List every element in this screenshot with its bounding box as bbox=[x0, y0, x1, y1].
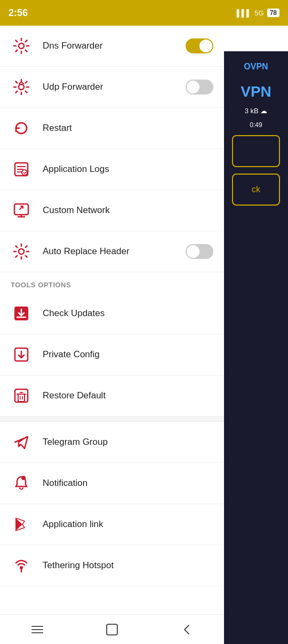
auto-replace-header-toggle[interactable] bbox=[186, 244, 213, 259]
menu-item-restart[interactable]: Restart bbox=[0, 108, 224, 149]
hotspot-icon bbox=[11, 555, 32, 576]
signal-icon: ▌▌▌ bbox=[237, 9, 252, 17]
restore-default-label: Restore Default bbox=[43, 390, 213, 401]
private-config-label: Private Config bbox=[43, 349, 213, 360]
vpn-label: VPN bbox=[241, 83, 271, 100]
section-divider bbox=[0, 417, 224, 422]
import-icon bbox=[11, 344, 32, 365]
menu-item-notification[interactable]: Notification bbox=[0, 463, 224, 504]
right-ck-button[interactable]: ck bbox=[232, 174, 280, 206]
svg-point-9 bbox=[21, 476, 26, 480]
custom-network-label: Custom Network bbox=[43, 205, 213, 216]
telegram-group-label: Telegram Group bbox=[43, 437, 213, 447]
right-panel: OVPN VPN 3 kB ☁ 0:49 ck bbox=[224, 51, 288, 644]
menu-item-restore-default[interactable]: Restore Default bbox=[0, 375, 224, 417]
menu-item-udp-forwarder[interactable]: Udp Forwarder bbox=[0, 67, 224, 108]
application-logs-label: Application Logs bbox=[43, 164, 213, 175]
dns-forwarder-toggle[interactable] bbox=[186, 38, 213, 53]
menu-item-private-config[interactable]: Private Config bbox=[0, 334, 224, 375]
restart-label: Restart bbox=[43, 123, 213, 133]
page-wrapper: Dns Forwarder Udp Forwarder bbox=[0, 26, 288, 644]
auto-replace-header-label: Auto Replace Header bbox=[43, 246, 175, 257]
menu-item-application-link[interactable]: Application link bbox=[0, 504, 224, 545]
udp-forwarder-label: Udp Forwarder bbox=[43, 82, 175, 92]
ovpn-label: OVPN bbox=[244, 62, 268, 72]
menu-item-check-updates[interactable]: Check Updates bbox=[0, 293, 224, 334]
check-updates-label: Check Updates bbox=[43, 308, 213, 319]
menu-item-dns-forwarder[interactable]: Dns Forwarder bbox=[0, 26, 224, 67]
nav-menu-button[interactable] bbox=[26, 618, 49, 641]
menu-item-telegram-group[interactable]: Telegram Group bbox=[0, 422, 224, 463]
data-icon: 5G bbox=[254, 9, 263, 17]
status-icons: ▌▌▌ 5G 78 bbox=[237, 9, 279, 17]
telegram-icon bbox=[11, 431, 32, 453]
share-icon bbox=[11, 200, 32, 221]
battery-icon: 78 bbox=[267, 9, 279, 17]
svg-point-1 bbox=[19, 84, 24, 90]
svg-rect-11 bbox=[107, 624, 117, 635]
bottom-nav bbox=[0, 614, 224, 644]
gear-auto-icon bbox=[11, 241, 32, 262]
tethering-hotspot-label: Tethering Hotspot bbox=[43, 560, 213, 571]
svg-rect-8 bbox=[15, 389, 28, 402]
gear-icon bbox=[11, 35, 32, 57]
nav-home-button[interactable] bbox=[100, 618, 124, 641]
ck-label: ck bbox=[252, 185, 260, 194]
menu-item-auto-replace-header[interactable]: Auto Replace Header bbox=[0, 231, 224, 272]
svg-point-5 bbox=[19, 249, 24, 254]
menu-list: Dns Forwarder Udp Forwarder bbox=[0, 26, 224, 586]
svg-point-0 bbox=[19, 43, 24, 49]
right-connect-button[interactable] bbox=[232, 135, 280, 167]
trash-icon bbox=[11, 385, 32, 406]
vpn-time: 0:49 bbox=[250, 121, 262, 129]
dns-forwarder-label: Dns Forwarder bbox=[43, 41, 175, 51]
status-time: 2:56 bbox=[9, 7, 28, 19]
svg-point-3 bbox=[22, 170, 27, 175]
menu-item-tethering-hotspot[interactable]: Tethering Hotspot bbox=[0, 545, 224, 586]
vpn-data: 3 kB ☁ bbox=[245, 107, 268, 115]
logs-icon bbox=[11, 159, 32, 180]
status-bar: 2:56 ▌▌▌ 5G 78 bbox=[0, 0, 288, 26]
notification-label: Notification bbox=[43, 478, 213, 489]
gear-upload-icon bbox=[11, 76, 32, 98]
play-store-icon bbox=[11, 514, 32, 535]
main-content: Dns Forwarder Udp Forwarder bbox=[0, 26, 224, 644]
application-link-label: Application link bbox=[43, 519, 213, 530]
bell-icon bbox=[11, 473, 32, 494]
udp-forwarder-toggle[interactable] bbox=[186, 80, 213, 95]
download-box-icon bbox=[11, 303, 32, 324]
nav-back-button[interactable] bbox=[175, 618, 198, 641]
tools-section-header: TOOLS OPTIONS bbox=[0, 272, 224, 293]
menu-item-custom-network[interactable]: Custom Network bbox=[0, 190, 224, 231]
restart-icon bbox=[11, 117, 32, 139]
menu-item-application-logs[interactable]: Application Logs bbox=[0, 149, 224, 190]
